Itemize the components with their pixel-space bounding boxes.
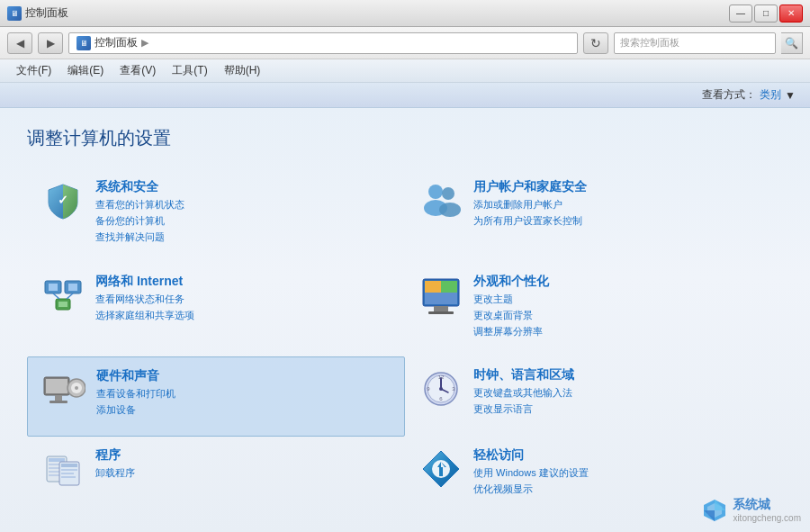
category-hardware[interactable]: 硬件和声音 查看设备和打印机 添加设备 xyxy=(27,356,405,437)
hardware-link-2[interactable]: 添加设备 xyxy=(96,403,176,417)
hardware-text: 硬件和声音 查看设备和打印机 添加设备 xyxy=(96,368,176,417)
maximize-button[interactable]: □ xyxy=(754,5,778,23)
appearance-text: 外观和个性化 更改主题 更改桌面背景 调整屏幕分辨率 xyxy=(473,274,549,338)
view-mode-value[interactable]: 类别 xyxy=(760,87,781,103)
programs-text: 程序 卸载程序 xyxy=(95,447,135,480)
svg-rect-44 xyxy=(61,469,77,471)
hardware-title[interactable]: 硬件和声音 xyxy=(96,368,176,384)
system-security-icon: ✓ xyxy=(41,179,85,222)
clock-title[interactable]: 时钟、语言和区域 xyxy=(473,367,574,383)
svg-line-12 xyxy=(67,293,73,299)
svg-rect-18 xyxy=(434,306,448,311)
menu-bar: 文件(F) 编辑(E) 查看(V) 工具(T) 帮助(H) xyxy=(0,59,810,83)
svg-point-31 xyxy=(439,387,443,391)
svg-point-1 xyxy=(428,185,443,199)
svg-rect-16 xyxy=(441,281,457,293)
svg-rect-41 xyxy=(49,474,59,476)
search-button[interactable]: 🔍 xyxy=(781,32,803,54)
back-button[interactable]: ◀ xyxy=(7,32,32,54)
svg-rect-26 xyxy=(50,401,68,403)
svg-rect-45 xyxy=(61,473,74,474)
view-mode-selector[interactable]: 查看方式： 类别 ▼ xyxy=(702,87,796,103)
system-security-link-1[interactable]: 查看您的计算机状态 xyxy=(95,198,184,212)
network-title[interactable]: 网络和 Internet xyxy=(95,274,194,290)
clock-link-2[interactable]: 更改显示语言 xyxy=(473,402,574,416)
ease-access-link-1[interactable]: 使用 Windows 建议的设置 xyxy=(473,466,589,480)
network-icon xyxy=(41,274,85,317)
watermark-url: xitongcheng.com xyxy=(733,513,801,523)
path-text: 控制面板 xyxy=(94,35,138,50)
svg-rect-17 xyxy=(425,293,457,304)
appearance-link-3[interactable]: 调整屏幕分辨率 xyxy=(473,325,549,338)
svg-rect-6 xyxy=(49,284,58,291)
menu-view[interactable]: 查看(V) xyxy=(112,60,163,81)
view-bar: 查看方式： 类别 ▼ xyxy=(0,83,810,108)
path-icon: 🖥 xyxy=(76,36,91,50)
user-accounts-title[interactable]: 用户帐户和家庭安全 xyxy=(473,179,587,195)
appearance-title[interactable]: 外观和个性化 xyxy=(473,274,549,290)
view-label: 查看方式： xyxy=(702,87,756,103)
search-input[interactable]: 搜索控制面板 xyxy=(614,32,776,54)
window-controls: — □ ✕ xyxy=(729,5,803,23)
close-button[interactable]: ✕ xyxy=(779,5,803,23)
clock-link-1[interactable]: 更改键盘或其他输入法 xyxy=(473,386,574,400)
category-clock[interactable]: 12 6 9 3 时钟、语言和区域 更改键盘或其他输入法 更改显示语言 xyxy=(405,356,783,437)
page-title: 调整计算机的设置 xyxy=(27,126,783,150)
user-accounts-text: 用户帐户和家庭安全 添加或删除用户帐户 为所有用户设置家长控制 xyxy=(473,179,587,228)
user-accounts-icon xyxy=(419,179,463,222)
appearance-link-1[interactable]: 更改主题 xyxy=(473,293,549,306)
clock-icon: 12 6 9 3 xyxy=(419,367,463,410)
network-link-2[interactable]: 选择家庭组和共享选项 xyxy=(95,309,194,322)
svg-rect-46 xyxy=(61,476,76,478)
title-bar: 🖥 控制面板 — □ ✕ xyxy=(0,0,810,27)
window-icon: 🖥 xyxy=(7,6,22,21)
hardware-link-1[interactable]: 查看设备和打印机 xyxy=(96,387,176,401)
svg-rect-15 xyxy=(425,281,441,293)
clock-text: 时钟、语言和区域 更改键盘或其他输入法 更改显示语言 xyxy=(473,367,574,416)
system-security-text: 系统和安全 查看您的计算机状态 备份您的计算机 查找并解决问题 xyxy=(95,179,184,244)
network-link-1[interactable]: 查看网络状态和任务 xyxy=(95,293,194,306)
menu-file[interactable]: 文件(F) xyxy=(9,60,58,81)
watermark: 系统城 xitongcheng.com xyxy=(702,497,801,523)
programs-title[interactable]: 程序 xyxy=(95,447,135,464)
address-box[interactable]: 🖥 控制面板 ▶ xyxy=(68,32,578,54)
title-bar-left: 🖥 控制面板 xyxy=(7,5,68,21)
menu-tools[interactable]: 工具(T) xyxy=(165,60,214,81)
refresh-button[interactable]: ↻ xyxy=(583,32,608,54)
category-appearance[interactable]: 外观和个性化 更改主题 更改桌面背景 调整屏幕分辨率 xyxy=(405,263,783,357)
svg-rect-25 xyxy=(55,395,62,401)
appearance-link-2[interactable]: 更改桌面背景 xyxy=(473,309,549,322)
system-security-link-3[interactable]: 查找并解决问题 xyxy=(95,230,184,244)
window-title: 控制面板 xyxy=(25,5,68,21)
system-security-title[interactable]: 系统和安全 xyxy=(95,179,184,195)
svg-rect-10 xyxy=(58,302,68,307)
view-dropdown-icon[interactable]: ▼ xyxy=(785,89,796,102)
category-user-accounts[interactable]: 用户帐户和家庭安全 添加或删除用户帐户 为所有用户设置家长控制 xyxy=(405,168,783,263)
ease-access-link-2[interactable]: 优化视频显示 xyxy=(473,482,589,496)
svg-rect-8 xyxy=(68,284,77,291)
svg-point-4 xyxy=(439,203,461,217)
minimize-button[interactable]: — xyxy=(729,5,752,23)
watermark-site: 系统城 xyxy=(733,497,801,513)
category-network[interactable]: 网络和 Internet 查看网络状态和任务 选择家庭组和共享选项 xyxy=(27,263,405,357)
svg-rect-43 xyxy=(61,464,77,467)
ease-access-text: 轻松访问 使用 Windows 建议的设置 优化视频显示 xyxy=(473,447,589,496)
svg-point-3 xyxy=(442,187,454,200)
menu-edit[interactable]: 编辑(E) xyxy=(60,60,111,81)
svg-text:✓: ✓ xyxy=(58,193,68,207)
category-programs[interactable]: 程序 卸载程序 xyxy=(27,437,405,515)
ease-access-title[interactable]: 轻松访问 xyxy=(473,447,589,464)
user-accounts-link-2[interactable]: 为所有用户设置家长控制 xyxy=(473,214,587,228)
svg-rect-37 xyxy=(49,458,65,462)
programs-link-1[interactable]: 卸载程序 xyxy=(95,466,135,480)
main-content: 调整计算机的设置 xyxy=(0,108,810,532)
category-system-security[interactable]: ✓ 系统和安全 查看您的计算机状态 备份您的计算机 查找并解决问题 xyxy=(27,168,405,263)
svg-rect-21 xyxy=(46,379,68,393)
menu-help[interactable]: 帮助(H) xyxy=(217,60,268,81)
categories-grid: ✓ 系统和安全 查看您的计算机状态 备份您的计算机 查找并解决问题 xyxy=(27,168,783,514)
user-accounts-link-1[interactable]: 添加或删除用户帐户 xyxy=(473,198,587,212)
svg-text:12: 12 xyxy=(438,374,445,380)
forward-button[interactable]: ▶ xyxy=(38,32,63,54)
search-placeholder: 搜索控制面板 xyxy=(620,36,680,50)
system-security-link-2[interactable]: 备份您的计算机 xyxy=(95,214,184,228)
